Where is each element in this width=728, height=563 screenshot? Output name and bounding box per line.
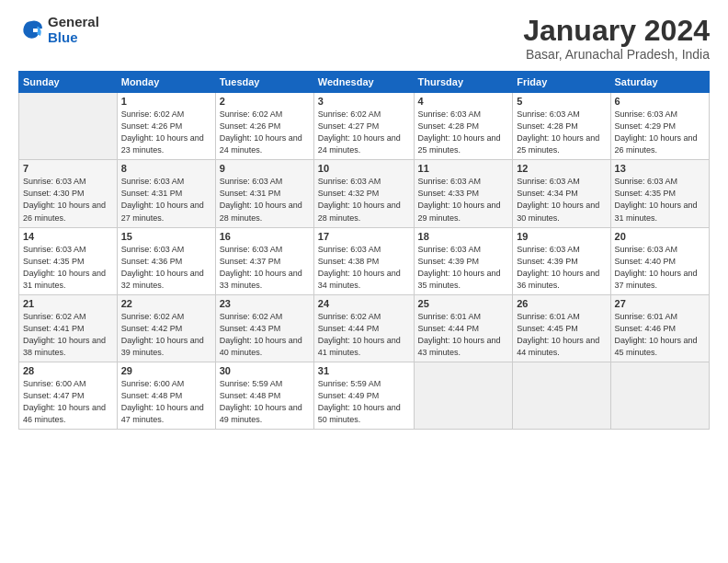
day-detail: Sunrise: 6:03 AMSunset: 4:31 PMDaylight:… [220, 176, 310, 224]
day-detail: Sunrise: 6:03 AMSunset: 4:34 PMDaylight:… [517, 176, 606, 224]
day-detail: Sunrise: 6:02 AMSunset: 4:26 PMDaylight:… [121, 109, 211, 156]
day-detail: Sunrise: 6:03 AMSunset: 4:31 PMDaylight:… [121, 176, 211, 224]
calendar-header-row: Sunday Monday Tuesday Wednesday Thursday… [19, 72, 710, 93]
calendar-cell: 21Sunrise: 6:02 AMSunset: 4:41 PMDayligh… [19, 294, 118, 362]
calendar-cell: 31Sunrise: 5:59 AMSunset: 4:49 PMDayligh… [313, 362, 414, 429]
calendar-table: Sunday Monday Tuesday Wednesday Thursday… [18, 71, 710, 430]
day-detail: Sunrise: 6:03 AMSunset: 4:39 PMDaylight:… [418, 244, 509, 292]
day-number: 15 [121, 231, 211, 242]
day-detail: Sunrise: 6:01 AMSunset: 4:46 PMDaylight:… [615, 311, 705, 359]
calendar-cell: 17Sunrise: 6:03 AMSunset: 4:38 PMDayligh… [313, 227, 414, 294]
calendar-cell: 11Sunrise: 6:03 AMSunset: 4:33 PMDayligh… [414, 160, 513, 227]
calendar-cell: 23Sunrise: 6:02 AMSunset: 4:43 PMDayligh… [215, 294, 313, 362]
logo-icon [18, 17, 44, 43]
day-number: 19 [517, 231, 606, 242]
day-detail: Sunrise: 6:02 AMSunset: 4:41 PMDaylight:… [23, 311, 113, 359]
day-number: 16 [220, 231, 310, 242]
logo: General Blue [18, 15, 99, 45]
calendar-cell: 1Sunrise: 6:02 AMSunset: 4:26 PMDaylight… [117, 93, 215, 160]
calendar-cell: 8Sunrise: 6:03 AMSunset: 4:31 PMDaylight… [117, 160, 215, 227]
day-detail: Sunrise: 6:03 AMSunset: 4:38 PMDaylight:… [318, 244, 410, 292]
day-number: 3 [318, 96, 410, 107]
day-number: 30 [220, 365, 310, 376]
calendar-cell: 29Sunrise: 6:00 AMSunset: 4:48 PMDayligh… [117, 362, 215, 429]
day-detail: Sunrise: 6:03 AMSunset: 4:36 PMDaylight:… [121, 244, 211, 292]
day-detail: Sunrise: 6:03 AMSunset: 4:37 PMDaylight:… [220, 244, 310, 292]
logo-text: General Blue [48, 15, 99, 45]
calendar-cell: 25Sunrise: 6:01 AMSunset: 4:44 PMDayligh… [414, 294, 513, 362]
calendar-week-3: 14Sunrise: 6:03 AMSunset: 4:35 PMDayligh… [19, 227, 710, 294]
day-detail: Sunrise: 5:59 AMSunset: 4:49 PMDaylight:… [318, 378, 410, 426]
day-number: 20 [615, 231, 705, 242]
day-number: 22 [121, 298, 211, 309]
calendar-cell: 10Sunrise: 6:03 AMSunset: 4:32 PMDayligh… [313, 160, 414, 227]
day-number: 11 [418, 163, 509, 174]
calendar-week-1: 1Sunrise: 6:02 AMSunset: 4:26 PMDaylight… [19, 93, 710, 160]
calendar-cell: 20Sunrise: 6:03 AMSunset: 4:40 PMDayligh… [610, 227, 709, 294]
header-friday: Friday [513, 72, 610, 93]
calendar-cell: 27Sunrise: 6:01 AMSunset: 4:46 PMDayligh… [610, 294, 709, 362]
day-number: 13 [615, 163, 705, 174]
day-detail: Sunrise: 6:02 AMSunset: 4:26 PMDaylight:… [220, 109, 310, 156]
day-number: 6 [615, 96, 705, 107]
day-detail: Sunrise: 5:59 AMSunset: 4:48 PMDaylight:… [220, 378, 310, 426]
calendar-cell: 3Sunrise: 6:02 AMSunset: 4:27 PMDaylight… [313, 93, 414, 160]
calendar-cell: 24Sunrise: 6:02 AMSunset: 4:44 PMDayligh… [313, 294, 414, 362]
calendar-cell: 28Sunrise: 6:00 AMSunset: 4:47 PMDayligh… [19, 362, 118, 429]
calendar-cell: 26Sunrise: 6:01 AMSunset: 4:45 PMDayligh… [513, 294, 610, 362]
day-detail: Sunrise: 6:03 AMSunset: 4:29 PMDaylight:… [615, 109, 705, 156]
day-detail: Sunrise: 6:03 AMSunset: 4:39 PMDaylight:… [517, 244, 606, 292]
header-thursday: Thursday [414, 72, 513, 93]
day-number: 9 [220, 163, 310, 174]
day-number: 26 [517, 298, 606, 309]
calendar-cell: 5Sunrise: 6:03 AMSunset: 4:28 PMDaylight… [513, 93, 610, 160]
day-detail: Sunrise: 6:03 AMSunset: 4:28 PMDaylight:… [418, 109, 509, 156]
day-detail: Sunrise: 6:00 AMSunset: 4:48 PMDaylight:… [121, 378, 211, 426]
location: Basar, Arunachal Pradesh, India [523, 47, 710, 62]
header-wednesday: Wednesday [313, 72, 414, 93]
day-number: 12 [517, 163, 606, 174]
day-number: 5 [517, 96, 606, 107]
header-saturday: Saturday [610, 72, 709, 93]
day-number: 1 [121, 96, 211, 107]
day-detail: Sunrise: 6:03 AMSunset: 4:28 PMDaylight:… [517, 109, 606, 156]
day-number: 14 [23, 231, 113, 242]
day-detail: Sunrise: 6:02 AMSunset: 4:27 PMDaylight:… [318, 109, 410, 156]
day-number: 29 [121, 365, 211, 376]
calendar-cell: 12Sunrise: 6:03 AMSunset: 4:34 PMDayligh… [513, 160, 610, 227]
day-detail: Sunrise: 6:03 AMSunset: 4:32 PMDaylight:… [318, 176, 410, 224]
day-number: 2 [220, 96, 310, 107]
day-detail: Sunrise: 6:01 AMSunset: 4:45 PMDaylight:… [517, 311, 606, 359]
header-sunday: Sunday [19, 72, 118, 93]
day-detail: Sunrise: 6:03 AMSunset: 4:40 PMDaylight:… [615, 244, 705, 292]
header-monday: Monday [117, 72, 215, 93]
calendar-cell [513, 362, 610, 429]
calendar-cell: 18Sunrise: 6:03 AMSunset: 4:39 PMDayligh… [414, 227, 513, 294]
day-detail: Sunrise: 6:02 AMSunset: 4:42 PMDaylight:… [121, 311, 211, 359]
calendar-cell: 19Sunrise: 6:03 AMSunset: 4:39 PMDayligh… [513, 227, 610, 294]
calendar-cell: 6Sunrise: 6:03 AMSunset: 4:29 PMDaylight… [610, 93, 709, 160]
calendar-week-2: 7Sunrise: 6:03 AMSunset: 4:30 PMDaylight… [19, 160, 710, 227]
calendar-cell: 9Sunrise: 6:03 AMSunset: 4:31 PMDaylight… [215, 160, 313, 227]
day-number: 31 [318, 365, 410, 376]
title-section: January 2024 Basar, Arunachal Pradesh, I… [523, 15, 710, 62]
calendar-week-5: 28Sunrise: 6:00 AMSunset: 4:47 PMDayligh… [19, 362, 710, 429]
header-tuesday: Tuesday [215, 72, 313, 93]
calendar-week-4: 21Sunrise: 6:02 AMSunset: 4:41 PMDayligh… [19, 294, 710, 362]
logo-blue-text: Blue [48, 30, 99, 46]
day-number: 18 [418, 231, 509, 242]
day-number: 25 [418, 298, 509, 309]
page: General Blue January 2024 Basar, Arunach… [0, 0, 728, 563]
calendar-cell [610, 362, 709, 429]
day-detail: Sunrise: 6:00 AMSunset: 4:47 PMDaylight:… [23, 378, 113, 426]
day-detail: Sunrise: 6:03 AMSunset: 4:33 PMDaylight:… [418, 176, 509, 224]
calendar-cell: 4Sunrise: 6:03 AMSunset: 4:28 PMDaylight… [414, 93, 513, 160]
calendar-cell: 30Sunrise: 5:59 AMSunset: 4:48 PMDayligh… [215, 362, 313, 429]
header: General Blue January 2024 Basar, Arunach… [18, 15, 710, 62]
day-detail: Sunrise: 6:03 AMSunset: 4:30 PMDaylight:… [23, 176, 113, 224]
month-title: January 2024 [523, 15, 710, 47]
calendar-cell: 2Sunrise: 6:02 AMSunset: 4:26 PMDaylight… [215, 93, 313, 160]
calendar-cell: 22Sunrise: 6:02 AMSunset: 4:42 PMDayligh… [117, 294, 215, 362]
day-number: 27 [615, 298, 705, 309]
logo-general-text: General [48, 15, 99, 30]
